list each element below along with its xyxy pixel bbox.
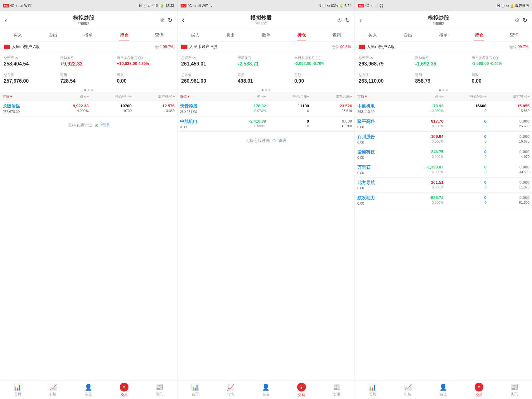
tab-buy-2[interactable]: 买入 (177, 29, 213, 41)
eye-icon-2[interactable]: 👁 (192, 56, 196, 60)
daily-pnl-1: 当日参考盈亏 i +10,638.00 4.29% (117, 56, 173, 67)
nav-trade-1[interactable]: ¥ 交易 (106, 381, 142, 399)
tab-query-3[interactable]: 查询 (496, 29, 532, 41)
th-cost-2[interactable]: 成本/现价÷ (309, 94, 352, 99)
th-mv-3[interactable]: 市值▼ (357, 94, 400, 99)
nav-market-1[interactable]: 📈 行情 (36, 381, 71, 399)
nav-watchlist-2[interactable]: 👤 自选 (248, 381, 284, 399)
refresh-icon-2[interactable]: ↻ (345, 17, 350, 24)
filter-settings-icon-1[interactable]: ⊙ (95, 123, 99, 128)
nav-watchlist-3[interactable]: 👤 自选 (426, 381, 461, 399)
tab-position-3[interactable]: 持仓 (461, 29, 497, 41)
position-value-2: 99.8% (340, 45, 351, 49)
back-button-1[interactable]: ‹ (5, 17, 7, 24)
th-cost-1[interactable]: 成本/现价÷ (132, 94, 175, 99)
account-info-1: 人民币账户 A股 (4, 44, 40, 50)
nav-trade-2[interactable]: ¥ 交易 (284, 381, 319, 399)
info-icon-daily-1[interactable]: i (138, 56, 143, 60)
tab-sell-1[interactable]: 卖出 (36, 29, 71, 41)
daily-pnl-label-1: 当日参考盈亏 i (117, 56, 173, 60)
tab-query-2[interactable]: 查询 (319, 29, 355, 41)
time-1: 12:33 (165, 4, 174, 7)
back-button-3[interactable]: ‹ (360, 17, 362, 24)
nav-news-2[interactable]: 📰 资讯 (319, 381, 355, 399)
floating-pnl-label-3: 浮动盈亏 (415, 56, 472, 60)
holding-row-3-6[interactable]: 航发动力 0.00 -526.74 0.000% 0 0 0.000 61.60… (355, 193, 532, 208)
nav-trade-3[interactable]: ¥ 交易 (461, 381, 497, 399)
th-pnl-1[interactable]: 盈亏÷ (46, 94, 89, 99)
market-icon-1: 📈 (49, 383, 57, 391)
battery-1: 🔋 (160, 4, 164, 8)
signal-2: 4G ↑↓ .ıll (187, 4, 201, 7)
filter-manage-2[interactable]: 管理 (278, 138, 287, 144)
refresh-icon-3[interactable]: ↻ (523, 17, 527, 24)
available-label-1: 可用 (60, 73, 117, 77)
holding-row-1-0[interactable]: 龙版传媒 257,676.00 9,922.33 4.000% 19700 19… (0, 101, 177, 116)
nav-news-3[interactable]: 📰 资讯 (496, 381, 532, 399)
tab-query-1[interactable]: 查询 (142, 29, 177, 41)
nav-home-1[interactable]: 📊 首页 (0, 381, 36, 399)
th-pnl-2[interactable]: 盈亏÷ (223, 94, 266, 99)
trade-label-1: 交易 (121, 392, 128, 397)
account-section-1: 人民币账户 A股 仓位 99.7% (0, 41, 177, 52)
floating-pnl-label-2: 浮动盈亏 (238, 56, 294, 60)
th-mv-1[interactable]: 市值▼ (2, 94, 46, 99)
tab-buy-1[interactable]: 买入 (0, 29, 36, 41)
holding-row-2-0[interactable]: 天音控股 260,961.00 -178.32 -0.070% 11100 0 … (177, 101, 355, 116)
th-pnl-3[interactable]: 盈亏÷ (400, 94, 443, 99)
share-icon-2[interactable]: ⎋ (338, 17, 341, 23)
holding-row-3-5[interactable]: 北方导航 0.00 201.51 0.000% 0 0 0.000 11.020 (355, 178, 532, 193)
nav-market-2[interactable]: 📈 行情 (213, 381, 249, 399)
holding-row-3-3[interactable]: 爱康科技 0.00 -246.75 0.000% 0 0 0.000 4.970 (355, 147, 532, 162)
panel-3-header: ‹ 模拟炒股 **6992 ⎋ ↻ (355, 11, 532, 29)
home-icon-3: 📊 (369, 383, 376, 391)
tab-position-1[interactable]: 持仓 (106, 29, 142, 41)
holding-row-3-1[interactable]: 隆平高科 0.00 817.70 0.000% 0 0 0.000 25.600 (355, 116, 532, 132)
share-icon-1[interactable]: ⎋ (161, 17, 164, 23)
refresh-icon-1[interactable]: ↻ (168, 17, 172, 24)
th-pos-1[interactable]: 持仓/可用÷ (89, 94, 132, 99)
filter-manage-1[interactable]: 管理 (101, 123, 109, 128)
total-assets-value-1: 258,404.54 (4, 61, 60, 67)
nav-news-1[interactable]: 📰 资讯 (142, 381, 177, 399)
tab-buy-3[interactable]: 买入 (355, 29, 390, 41)
tab-sell-3[interactable]: 卖出 (390, 29, 426, 41)
tab-position-2[interactable]: 持仓 (284, 29, 319, 41)
filter-settings-icon-2[interactable]: ⊙ (272, 138, 276, 143)
pnl-cell-2-0: -178.32 -0.070% (223, 104, 266, 114)
th-pos-2[interactable]: 持仓/可用÷ (266, 94, 309, 99)
back-button-2[interactable]: ‹ (182, 17, 184, 24)
flag-icon-2 (181, 45, 187, 49)
status-left-3: HD 4G ↑↓ .ıll 🎧 (358, 4, 384, 8)
table-header-2: 市值▼ 盈亏÷ 持仓/可用÷ 成本/现价÷ (177, 92, 355, 101)
tab-cancel-2[interactable]: 撤单 (248, 29, 284, 41)
position-value-1: 99.7% (163, 45, 173, 49)
nav-home-2[interactable]: 📊 首页 (177, 381, 213, 399)
th-cost-3[interactable]: 成本/现价÷ (486, 94, 530, 99)
empty-filter-2: 无持仓股过滤 ⊙ 管理 (177, 132, 355, 150)
floating-pnl-label-1: 浮动盈亏 (60, 56, 117, 60)
nav-home-3[interactable]: 📊 首页 (355, 381, 390, 399)
holding-row-2-1[interactable]: 中航机电 0.00 -2,410.39 0.000% 0 0 0.000 15.… (177, 116, 355, 132)
share-icon-3[interactable]: ⎋ (515, 17, 519, 23)
info-icon-daily-3[interactable]: i (493, 56, 498, 60)
title-sub-3: **6992 (428, 22, 449, 26)
tab-cancel-1[interactable]: 撤单 (71, 29, 106, 41)
th-mv-2[interactable]: 市值▼ (180, 94, 223, 99)
nav-tabs-3: 买入 卖出 撤单 持仓 查询 (355, 29, 532, 41)
market-label-1: 行情 (50, 392, 56, 397)
nav-market-3[interactable]: 📈 行情 (390, 381, 426, 399)
position-pct-1: 仓位 99.7% (154, 44, 173, 50)
nav-watchlist-1[interactable]: 👤 自选 (71, 381, 106, 399)
available-3: 可用 858.79 (415, 73, 472, 84)
tab-sell-2[interactable]: 卖出 (213, 29, 249, 41)
eye-icon-1[interactable]: 👁 (15, 56, 19, 60)
eye-icon-3[interactable]: 👁 (370, 56, 374, 60)
tab-cancel-3[interactable]: 撤单 (426, 29, 461, 41)
holding-row-3-0[interactable]: 中航机电 263,110.00 -78.93 -0.030% 16600 0 1… (355, 101, 532, 116)
trade-circle-icon-1: ¥ (120, 383, 128, 392)
holding-row-3-4[interactable]: 万里石 0.00 -1,398.87 0.000% 0 0 0.000 30.5… (355, 162, 532, 178)
holding-row-3-2[interactable]: 百川股份 0.00 106.64 0.000% 0 0 0.000 16.670 (355, 132, 532, 147)
info-icon-daily-2[interactable]: i (316, 56, 320, 60)
th-pos-3[interactable]: 持仓/可用÷ (443, 94, 486, 99)
